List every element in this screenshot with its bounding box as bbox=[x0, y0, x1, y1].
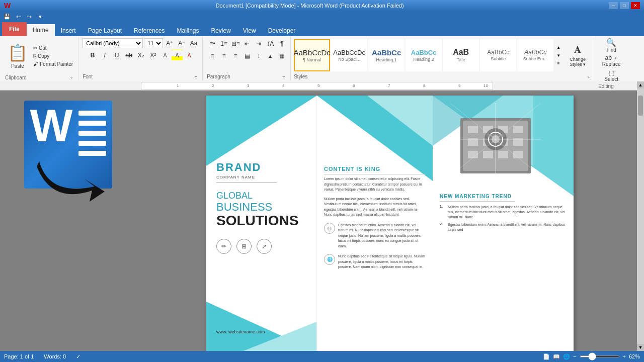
bold-button[interactable]: B bbox=[87, 50, 98, 61]
view-reading-button[interactable]: 📖 bbox=[553, 353, 560, 360]
scroll-thumb[interactable] bbox=[638, 96, 643, 116]
building-svg bbox=[450, 103, 541, 176]
undo-quick-btn[interactable]: ↩ bbox=[13, 12, 23, 21]
insert-menu-tab[interactable]: Insert bbox=[55, 25, 82, 36]
style-heading2-button[interactable]: AaBbCc Heading 2 bbox=[406, 39, 442, 71]
zoom-in-button[interactable]: + bbox=[623, 353, 626, 359]
save-quick-btn[interactable]: 💾 bbox=[2, 12, 12, 21]
increase-font-button[interactable]: A⁺ bbox=[164, 38, 175, 48]
zoom-out-button[interactable]: − bbox=[573, 353, 576, 359]
customize-quick-btn[interactable]: ▾ bbox=[35, 12, 45, 21]
word-line-5 bbox=[78, 151, 106, 156]
text-highlight-button[interactable]: A bbox=[172, 50, 183, 61]
style-subtitle-button[interactable]: AaBbCc Subtitle bbox=[480, 39, 516, 71]
increase-indent-button[interactable]: ⇥ bbox=[253, 38, 264, 49]
style-normal-button[interactable]: AaBbCcDc ¶ Normal bbox=[294, 39, 330, 71]
references-menu-tab[interactable]: References bbox=[128, 25, 171, 36]
language-status: ✓ bbox=[76, 353, 80, 360]
review-menu-tab[interactable]: Review bbox=[205, 25, 236, 36]
minimize-button[interactable]: ─ bbox=[609, 2, 618, 9]
scroll-down-button[interactable]: ▼ bbox=[637, 344, 644, 351]
copy-icon: ⎘ bbox=[33, 53, 36, 59]
decrease-font-button[interactable]: A⁻ bbox=[176, 38, 187, 48]
bullets-button[interactable]: ≡• bbox=[207, 38, 218, 49]
mailings-menu-tab[interactable]: Mailings bbox=[171, 25, 205, 36]
view-menu-tab[interactable]: View bbox=[237, 25, 262, 36]
pages-area[interactable]: BRAND COMPANY NAME GLOBAL BUSINESS SOLUT… bbox=[136, 90, 644, 351]
styles-more-button[interactable]: ≡ bbox=[554, 60, 562, 67]
editing-group: 🔍 Find ab→ Replace ⬚ Select Editing bbox=[595, 37, 627, 80]
select-button[interactable]: ⬚ Select bbox=[598, 68, 624, 82]
copy-button[interactable]: ⎘ Copy bbox=[31, 52, 75, 60]
decrease-indent-button[interactable]: ⇤ bbox=[242, 38, 253, 49]
brand-separator bbox=[216, 183, 277, 183]
justify-button[interactable]: ▤ bbox=[242, 50, 253, 61]
change-styles-button[interactable]: 𝐀 ChangeStyles ▾ bbox=[564, 39, 592, 71]
line-spacing-button[interactable]: ↕ bbox=[253, 50, 264, 61]
page-layout-menu-tab[interactable]: Page Layout bbox=[82, 25, 128, 36]
document-area: W bbox=[0, 90, 644, 351]
paragraph-expand-button[interactable]: ⌄ bbox=[280, 72, 287, 79]
ruler-mark-10: 10 bbox=[484, 83, 488, 88]
page-status: Page: 1 of 1 bbox=[4, 353, 34, 359]
font-group: Calibri (Body) 11 A⁺ A⁻ Aa B I U ab X₂ X… bbox=[79, 37, 203, 80]
superscript-button[interactable]: X² bbox=[147, 50, 158, 61]
text-effects-button[interactable]: A bbox=[159, 50, 171, 61]
svg-rect-15 bbox=[498, 151, 508, 158]
borders-button[interactable]: ▦ bbox=[276, 50, 287, 61]
paste-button[interactable]: 📋 Paste bbox=[5, 38, 30, 73]
shading-button[interactable]: ▲ bbox=[265, 50, 276, 61]
website-url: www. websitename.com bbox=[216, 329, 306, 342]
font-size-select[interactable]: 11 bbox=[144, 38, 163, 48]
icon-2: ⊞ bbox=[236, 239, 252, 254]
underline-button[interactable]: U bbox=[111, 50, 122, 61]
clear-formatting-button[interactable]: Aa bbox=[188, 38, 199, 48]
icon-1: ✏ bbox=[216, 239, 231, 254]
font-family-select[interactable]: Calibri (Body) bbox=[83, 38, 143, 48]
redo-quick-btn[interactable]: ↪ bbox=[24, 12, 34, 21]
subscript-button[interactable]: X₂ bbox=[135, 50, 146, 61]
maximize-button[interactable]: □ bbox=[620, 2, 629, 9]
style-title-button[interactable]: AaB Title bbox=[443, 39, 479, 71]
styles-scroll-up-button[interactable]: ▲ bbox=[554, 44, 562, 51]
arrow-container bbox=[34, 156, 115, 209]
font-expand-button[interactable]: ⌄ bbox=[192, 72, 199, 79]
words-status: Words: 0 bbox=[44, 353, 66, 359]
close-button[interactable]: ✕ bbox=[631, 2, 640, 9]
word-line-4 bbox=[78, 141, 106, 146]
vertical-scrollbar[interactable]: ▲ ▼ bbox=[637, 90, 644, 351]
sort-button[interactable]: ↕A bbox=[265, 38, 276, 49]
view-web-button[interactable]: 🌐 bbox=[563, 353, 570, 360]
find-button[interactable]: 🔍 Find bbox=[598, 38, 624, 52]
format-painter-button[interactable]: 🖌 Format Painter bbox=[31, 60, 75, 68]
styles-scroll-down-button[interactable]: ▼ bbox=[554, 52, 562, 59]
show-formatting-button[interactable]: ¶ bbox=[276, 38, 287, 49]
strikethrough-button[interactable]: ab bbox=[123, 50, 134, 61]
zoom-slider[interactable] bbox=[580, 355, 620, 357]
solutions-text: SOLUTIONS bbox=[216, 213, 306, 229]
cut-button[interactable]: ✂ Cut bbox=[31, 44, 75, 52]
replace-button[interactable]: ab→ Replace bbox=[598, 53, 624, 67]
replace-icon: ab→ bbox=[605, 54, 617, 61]
clipboard-expand-button[interactable]: ⌄ bbox=[68, 73, 75, 80]
title-bar: W Document1 [Compatibility Mode] - Micro… bbox=[0, 0, 644, 11]
style-no-spacing-button[interactable]: AaBbCcDc No Spaci... bbox=[331, 39, 367, 71]
font-color-button[interactable]: A bbox=[184, 50, 195, 61]
developer-menu-tab[interactable]: Developer bbox=[262, 25, 302, 36]
multilevel-button[interactable]: ⊞≡ bbox=[230, 38, 241, 49]
find-label: Find bbox=[606, 47, 616, 53]
align-right-button[interactable]: ≡ bbox=[230, 50, 241, 61]
align-center-button[interactable]: ≡ bbox=[218, 50, 229, 61]
styles-expand-button[interactable]: ⌄ bbox=[585, 72, 592, 79]
style-heading1-button[interactable]: AaBbCc Heading 1 bbox=[368, 39, 405, 71]
editing-group-label: Editing bbox=[598, 82, 624, 89]
italic-button[interactable]: I bbox=[99, 50, 110, 61]
style-subtle-em-button[interactable]: AaBbCc Subtle Em... bbox=[517, 39, 553, 71]
file-menu-tab[interactable]: File bbox=[2, 22, 27, 36]
lorem-text-3: Egestas bibendum enim. Aenean a blandit … bbox=[338, 223, 426, 249]
view-layout-button[interactable]: 📄 bbox=[543, 353, 550, 360]
numbering-button[interactable]: 1≡ bbox=[218, 38, 229, 49]
align-left-button[interactable]: ≡ bbox=[207, 50, 218, 61]
window-controls: ─ □ ✕ bbox=[609, 2, 640, 9]
home-menu-tab[interactable]: Home bbox=[27, 24, 55, 36]
